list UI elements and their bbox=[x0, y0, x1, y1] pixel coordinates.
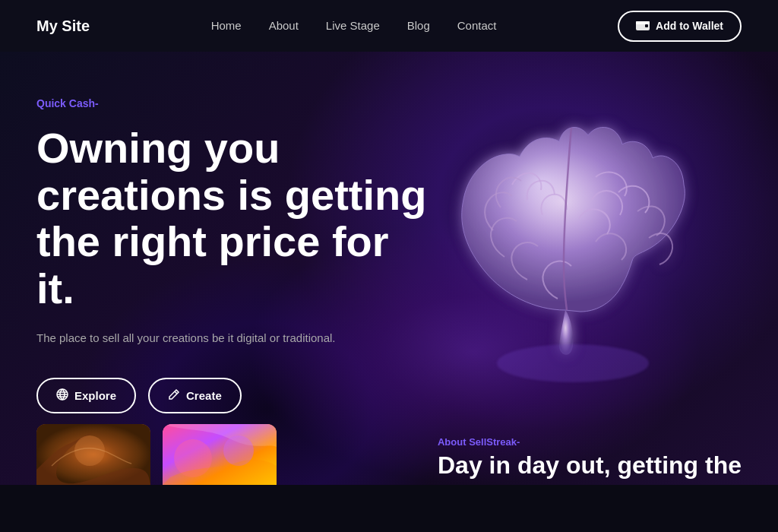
globe-icon bbox=[56, 388, 68, 403]
nav-link-contact[interactable]: Contact bbox=[457, 19, 497, 32]
explore-button[interactable]: Explore bbox=[36, 378, 136, 413]
nav-link-about[interactable]: About bbox=[269, 19, 299, 32]
nav-link-blog[interactable]: Blog bbox=[407, 19, 430, 32]
svg-point-5 bbox=[497, 344, 649, 382]
hero-buttons: Explore Create bbox=[36, 378, 432, 413]
svg-rect-1 bbox=[636, 21, 650, 24]
about-peek-section: About SellStreak- Day in day out, gettin… bbox=[438, 436, 742, 479]
brain-image bbox=[398, 67, 732, 401]
nav-item-about[interactable]: About bbox=[269, 19, 299, 33]
svg-point-7 bbox=[74, 435, 105, 466]
nav-item-contact[interactable]: Contact bbox=[457, 19, 497, 33]
hero-subtitle: The place to sell all your creations be … bbox=[36, 330, 432, 347]
create-button[interactable]: Create bbox=[148, 378, 242, 413]
wallet-button-label: Add to Wallet bbox=[656, 20, 723, 32]
navbar: My Site Home About Live Stage Blog Conta… bbox=[0, 0, 778, 52]
site-logo: My Site bbox=[36, 17, 90, 35]
wallet-icon bbox=[636, 20, 650, 33]
nav-link-home[interactable]: Home bbox=[211, 19, 242, 32]
nav-link-livestage[interactable]: Live Stage bbox=[326, 19, 380, 32]
hero-title: Owning you creations is getting the righ… bbox=[36, 125, 432, 312]
pencil-icon bbox=[168, 388, 180, 403]
about-title-peek: Day in day out, getting the bbox=[438, 452, 742, 479]
explore-label: Explore bbox=[74, 389, 116, 402]
nav-item-blog[interactable]: Blog bbox=[407, 19, 430, 33]
preview-card-1[interactable] bbox=[36, 424, 150, 485]
bottom-preview: About SellStreak- Day in day out, gettin… bbox=[0, 424, 778, 485]
nav-item-livestage[interactable]: Live Stage bbox=[326, 19, 380, 33]
about-section-tag: About SellStreak- bbox=[438, 436, 742, 448]
add-to-wallet-button[interactable]: Add to Wallet bbox=[618, 11, 742, 42]
create-label: Create bbox=[186, 389, 222, 402]
svg-rect-2 bbox=[645, 24, 648, 27]
hero-tag: Quick Cash- bbox=[36, 97, 432, 109]
nav-links: Home About Live Stage Blog Contact bbox=[211, 19, 497, 33]
hero-content: Quick Cash- Owning you creations is gett… bbox=[36, 97, 432, 413]
hero-section: Quick Cash- Owning you creations is gett… bbox=[0, 52, 778, 485]
nav-item-home[interactable]: Home bbox=[211, 19, 242, 33]
preview-card-2[interactable] bbox=[163, 424, 277, 485]
